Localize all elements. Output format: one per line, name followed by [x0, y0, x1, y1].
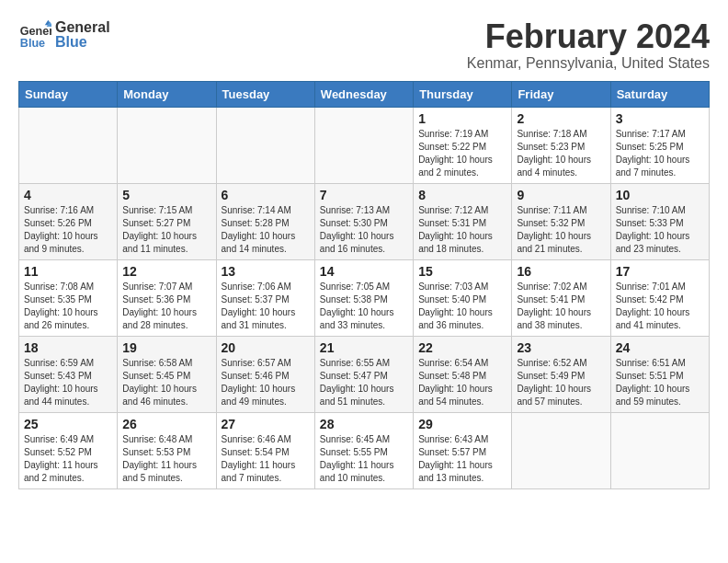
calendar-cell: 1Sunrise: 7:19 AMSunset: 5:22 PMDaylight… — [414, 107, 512, 183]
calendar-cell — [19, 107, 118, 183]
calendar-cell: 20Sunrise: 6:57 AMSunset: 5:46 PMDayligh… — [216, 336, 314, 412]
day-info: Sunrise: 7:06 AMSunset: 5:37 PMDaylight:… — [222, 281, 310, 332]
day-info: Sunrise: 6:55 AMSunset: 5:47 PMDaylight:… — [320, 357, 408, 408]
page-header: General Blue General Blue February 2024 … — [18, 18, 710, 72]
day-info: Sunrise: 7:12 AMSunset: 5:31 PMDaylight:… — [418, 204, 506, 256]
calendar-title: February 2024 — [467, 18, 710, 55]
day-info: Sunrise: 7:18 AMSunset: 5:23 PMDaylight:… — [517, 128, 605, 179]
calendar-cell: 2Sunrise: 7:18 AMSunset: 5:23 PMDaylight… — [512, 107, 610, 183]
calendar-table: SundayMondayTuesdayWednesdayThursdayFrid… — [18, 81, 710, 489]
day-number: 7 — [320, 188, 408, 202]
calendar-cell: 24Sunrise: 6:51 AMSunset: 5:51 PMDayligh… — [610, 336, 709, 412]
day-number: 16 — [517, 264, 605, 279]
weekday-sunday: Sunday — [19, 81, 118, 107]
day-number: 25 — [24, 417, 112, 431]
day-info: Sunrise: 7:07 AMSunset: 5:36 PMDaylight:… — [122, 281, 210, 332]
day-number: 28 — [320, 417, 408, 431]
day-info: Sunrise: 6:49 AMSunset: 5:52 PMDaylight:… — [24, 433, 112, 485]
day-info: Sunrise: 7:03 AMSunset: 5:40 PMDaylight:… — [418, 281, 506, 332]
calendar-cell: 17Sunrise: 7:01 AMSunset: 5:42 PMDayligh… — [610, 259, 709, 336]
weekday-monday: Monday — [118, 81, 216, 107]
day-info: Sunrise: 7:10 AMSunset: 5:33 PMDaylight:… — [616, 204, 704, 256]
day-number: 24 — [616, 340, 704, 355]
day-number: 22 — [418, 340, 506, 355]
day-number: 20 — [222, 340, 310, 355]
calendar-cell — [216, 107, 314, 183]
calendar-cell: 15Sunrise: 7:03 AMSunset: 5:40 PMDayligh… — [414, 259, 512, 336]
day-info: Sunrise: 6:51 AMSunset: 5:51 PMDaylight:… — [616, 357, 704, 408]
calendar-cell: 25Sunrise: 6:49 AMSunset: 5:52 PMDayligh… — [19, 412, 118, 488]
day-info: Sunrise: 6:43 AMSunset: 5:57 PMDaylight:… — [418, 433, 506, 485]
calendar-cell: 23Sunrise: 6:52 AMSunset: 5:49 PMDayligh… — [512, 336, 610, 412]
logo: General Blue General Blue — [18, 18, 110, 52]
calendar-cell: 10Sunrise: 7:10 AMSunset: 5:33 PMDayligh… — [610, 183, 709, 259]
day-number: 5 — [122, 188, 210, 202]
day-info: Sunrise: 7:16 AMSunset: 5:26 PMDaylight:… — [24, 204, 112, 256]
day-number: 27 — [222, 417, 310, 431]
weekday-thursday: Thursday — [414, 81, 512, 107]
svg-text:Blue: Blue — [20, 37, 45, 50]
weekday-wednesday: Wednesday — [314, 81, 413, 107]
day-number: 26 — [122, 417, 210, 431]
day-info: Sunrise: 6:54 AMSunset: 5:48 PMDaylight:… — [418, 357, 506, 408]
weekday-tuesday: Tuesday — [216, 81, 314, 107]
calendar-subtitle: Kenmar, Pennsylvania, United States — [467, 55, 710, 72]
calendar-cell — [118, 107, 216, 183]
day-info: Sunrise: 7:11 AMSunset: 5:32 PMDaylight:… — [517, 204, 605, 256]
week-row-5: 25Sunrise: 6:49 AMSunset: 5:52 PMDayligh… — [19, 412, 710, 488]
day-number: 19 — [122, 340, 210, 355]
day-number: 4 — [24, 188, 112, 202]
calendar-cell: 29Sunrise: 6:43 AMSunset: 5:57 PMDayligh… — [414, 412, 512, 488]
calendar-cell: 8Sunrise: 7:12 AMSunset: 5:31 PMDaylight… — [414, 183, 512, 259]
calendar-cell: 26Sunrise: 6:48 AMSunset: 5:53 PMDayligh… — [118, 412, 216, 488]
calendar-cell: 11Sunrise: 7:08 AMSunset: 5:35 PMDayligh… — [19, 259, 118, 336]
calendar-cell: 3Sunrise: 7:17 AMSunset: 5:25 PMDaylight… — [610, 107, 709, 183]
day-number: 14 — [320, 264, 408, 279]
week-row-4: 18Sunrise: 6:59 AMSunset: 5:43 PMDayligh… — [19, 336, 710, 412]
calendar-cell: 7Sunrise: 7:13 AMSunset: 5:30 PMDaylight… — [314, 183, 413, 259]
calendar-cell — [512, 412, 610, 488]
day-info: Sunrise: 6:59 AMSunset: 5:43 PMDaylight:… — [24, 357, 112, 408]
day-number: 21 — [320, 340, 408, 355]
logo-blue: Blue — [55, 35, 110, 50]
calendar-cell: 13Sunrise: 7:06 AMSunset: 5:37 PMDayligh… — [216, 259, 314, 336]
day-info: Sunrise: 7:15 AMSunset: 5:27 PMDaylight:… — [122, 204, 210, 256]
week-row-3: 11Sunrise: 7:08 AMSunset: 5:35 PMDayligh… — [19, 259, 710, 336]
day-number: 12 — [122, 264, 210, 279]
day-info: Sunrise: 7:17 AMSunset: 5:25 PMDaylight:… — [616, 128, 704, 179]
weekday-header-row: SundayMondayTuesdayWednesdayThursdayFrid… — [19, 81, 710, 107]
calendar-cell: 28Sunrise: 6:45 AMSunset: 5:55 PMDayligh… — [314, 412, 413, 488]
calendar-cell: 19Sunrise: 6:58 AMSunset: 5:45 PMDayligh… — [118, 336, 216, 412]
calendar-body: 1Sunrise: 7:19 AMSunset: 5:22 PMDaylight… — [19, 107, 710, 488]
calendar-cell: 12Sunrise: 7:07 AMSunset: 5:36 PMDayligh… — [118, 259, 216, 336]
calendar-cell: 5Sunrise: 7:15 AMSunset: 5:27 PMDaylight… — [118, 183, 216, 259]
weekday-saturday: Saturday — [610, 81, 709, 107]
calendar-cell: 21Sunrise: 6:55 AMSunset: 5:47 PMDayligh… — [314, 336, 413, 412]
calendar-cell: 27Sunrise: 6:46 AMSunset: 5:54 PMDayligh… — [216, 412, 314, 488]
day-info: Sunrise: 6:46 AMSunset: 5:54 PMDaylight:… — [222, 433, 310, 485]
calendar-cell: 18Sunrise: 6:59 AMSunset: 5:43 PMDayligh… — [19, 336, 118, 412]
day-number: 13 — [222, 264, 310, 279]
day-number: 11 — [24, 264, 112, 279]
day-info: Sunrise: 7:14 AMSunset: 5:28 PMDaylight:… — [222, 204, 310, 256]
logo-icon: General Blue — [18, 18, 51, 52]
calendar-cell: 22Sunrise: 6:54 AMSunset: 5:48 PMDayligh… — [414, 336, 512, 412]
day-info: Sunrise: 6:57 AMSunset: 5:46 PMDaylight:… — [222, 357, 310, 408]
day-number: 17 — [616, 264, 704, 279]
day-number: 9 — [517, 188, 605, 202]
logo-general: General — [55, 20, 110, 35]
day-number: 10 — [616, 188, 704, 202]
day-number: 18 — [24, 340, 112, 355]
calendar-cell: 4Sunrise: 7:16 AMSunset: 5:26 PMDaylight… — [19, 183, 118, 259]
day-info: Sunrise: 7:08 AMSunset: 5:35 PMDaylight:… — [24, 281, 112, 332]
day-info: Sunrise: 6:45 AMSunset: 5:55 PMDaylight:… — [320, 433, 408, 485]
day-info: Sunrise: 7:02 AMSunset: 5:41 PMDaylight:… — [517, 281, 605, 332]
title-area: February 2024 Kenmar, Pennsylvania, Unit… — [467, 18, 710, 72]
day-number: 29 — [418, 417, 506, 431]
week-row-2: 4Sunrise: 7:16 AMSunset: 5:26 PMDaylight… — [19, 183, 710, 259]
calendar-cell: 14Sunrise: 7:05 AMSunset: 5:38 PMDayligh… — [314, 259, 413, 336]
day-info: Sunrise: 6:52 AMSunset: 5:49 PMDaylight:… — [517, 357, 605, 408]
day-number: 2 — [517, 111, 605, 126]
day-info: Sunrise: 7:01 AMSunset: 5:42 PMDaylight:… — [616, 281, 704, 332]
day-number: 8 — [418, 188, 506, 202]
